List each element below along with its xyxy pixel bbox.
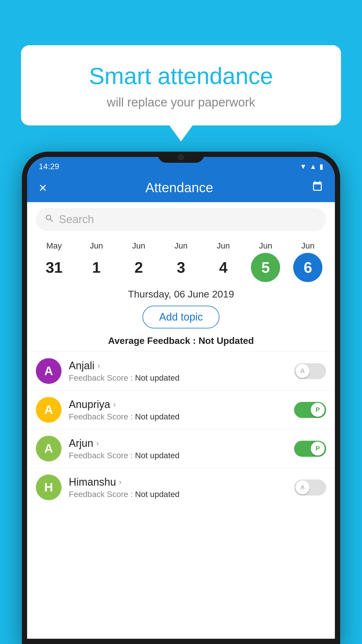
phone-frame: 14:29 ▼ ▲ ▮ × Attendance xyxy=(22,152,340,644)
speech-bubble-tail xyxy=(169,125,193,141)
date-month-2: Jun xyxy=(132,241,145,251)
selected-date: Thursday, 06 June 2019 xyxy=(27,282,335,303)
student-avatar-3: H xyxy=(36,475,61,500)
date-num-5: 5 xyxy=(251,253,280,282)
student-name-3: Himanshu › xyxy=(69,476,294,488)
close-button[interactable]: × xyxy=(39,180,47,196)
status-time: 14:29 xyxy=(39,162,59,171)
student-item-3[interactable]: HHimanshu ›Feedback Score : Not updatedA xyxy=(27,468,335,507)
toggle-knob-3: A xyxy=(296,480,310,494)
attendance-toggle-3[interactable]: A xyxy=(294,480,326,496)
date-col-0[interactable]: May31 xyxy=(35,241,73,282)
student-item-1[interactable]: AAnupriya ›Feedback Score : Not updatedP xyxy=(27,390,335,429)
wifi-icon: ▼ xyxy=(300,162,307,171)
date-num-0: 31 xyxy=(40,253,69,282)
add-topic-button[interactable]: Add topic xyxy=(143,306,219,328)
student-name-0: Anjali › xyxy=(69,360,294,372)
avg-feedback-label: Average Feedback : xyxy=(108,335,196,346)
chevron-right-icon: › xyxy=(97,361,100,370)
student-name-2: Arjun › xyxy=(69,437,294,449)
student-avatar-1: A xyxy=(36,397,61,423)
date-month-5: Jun xyxy=(259,241,272,251)
phone-notch xyxy=(158,152,204,163)
attendance-toggle-2[interactable]: P xyxy=(294,441,326,457)
student-feedback-2: Feedback Score : Not updated xyxy=(69,451,294,460)
average-feedback: Average Feedback : Not Updated xyxy=(27,334,335,351)
date-col-3[interactable]: Jun3 xyxy=(162,241,200,282)
attendance-toggle-1[interactable]: P xyxy=(294,402,326,418)
student-item-2[interactable]: AArjun ›Feedback Score : Not updatedP xyxy=(27,429,335,468)
student-info-1: Anupriya ›Feedback Score : Not updated xyxy=(61,398,294,421)
date-num-6: 6 xyxy=(293,253,322,282)
student-info-0: Anjali ›Feedback Score : Not updated xyxy=(61,360,294,383)
speech-bubble-title: Smart attendance xyxy=(36,63,326,90)
date-num-3: 3 xyxy=(166,253,196,282)
speech-bubble-subtitle: will replace your paperwork xyxy=(36,95,326,109)
search-bar[interactable]: Search xyxy=(36,208,326,231)
calendar-icon[interactable] xyxy=(312,181,323,195)
status-icons: ▼ ▲ ▮ xyxy=(300,162,323,171)
header-title: Attendance xyxy=(145,180,213,195)
avg-feedback-value: Not Updated xyxy=(198,335,254,346)
date-month-3: Jun xyxy=(174,241,187,251)
app-header: × Attendance xyxy=(27,173,335,202)
date-month-0: May xyxy=(46,241,62,251)
date-num-2: 2 xyxy=(124,253,153,282)
date-month-4: Jun xyxy=(217,241,230,251)
chevron-right-icon: › xyxy=(113,400,116,409)
add-topic-wrapper: Add topic xyxy=(27,303,335,334)
attendance-toggle-0[interactable]: A xyxy=(294,363,326,379)
phone-screen: 14:29 ▼ ▲ ▮ × Attendance xyxy=(27,157,335,639)
date-col-6[interactable]: Jun6 xyxy=(289,241,327,282)
date-col-2[interactable]: Jun2 xyxy=(120,241,158,282)
date-month-1: Jun xyxy=(90,241,103,251)
signal-icon: ▲ xyxy=(310,162,317,171)
search-placeholder: Search xyxy=(59,213,94,226)
toggle-knob-0: A xyxy=(296,364,310,378)
chevron-right-icon: › xyxy=(96,439,99,448)
student-name-1: Anupriya › xyxy=(69,398,294,411)
student-feedback-0: Feedback Score : Not updated xyxy=(69,373,294,383)
date-num-4: 4 xyxy=(209,253,238,282)
toggle-wrap-0: A xyxy=(294,363,326,379)
speech-bubble-wrapper: Smart attendance will replace your paper… xyxy=(21,45,341,141)
toggle-knob-2: P xyxy=(311,442,325,456)
student-feedback-3: Feedback Score : Not updated xyxy=(69,490,294,499)
student-item-0[interactable]: AAnjali ›Feedback Score : Not updatedA xyxy=(27,351,335,390)
student-avatar-0: A xyxy=(36,358,61,384)
date-col-1[interactable]: Jun1 xyxy=(78,241,115,282)
phone-camera xyxy=(178,154,184,160)
date-col-4[interactable]: Jun4 xyxy=(204,241,242,282)
student-feedback-1: Feedback Score : Not updated xyxy=(69,412,294,421)
student-avatar-2: A xyxy=(36,436,61,461)
chevron-right-icon: › xyxy=(119,477,122,487)
student-info-3: Himanshu ›Feedback Score : Not updated xyxy=(61,476,294,499)
date-col-5[interactable]: Jun5 xyxy=(247,241,284,282)
date-month-6: Jun xyxy=(301,241,314,251)
speech-bubble: Smart attendance will replace your paper… xyxy=(21,45,341,125)
battery-icon: ▮ xyxy=(319,162,323,171)
date-num-1: 1 xyxy=(82,253,111,282)
toggle-knob-1: P xyxy=(311,403,325,417)
toggle-wrap-3: A xyxy=(294,480,326,496)
date-strip: May31Jun1Jun2Jun3Jun4Jun5Jun6 xyxy=(27,237,335,282)
student-list: AAnjali ›Feedback Score : Not updatedAAA… xyxy=(27,351,335,507)
search-icon xyxy=(45,214,55,226)
student-info-2: Arjun ›Feedback Score : Not updated xyxy=(61,437,294,460)
toggle-wrap-1: P xyxy=(294,402,326,418)
search-bar-wrapper: Search xyxy=(27,202,335,237)
toggle-wrap-2: P xyxy=(294,441,326,457)
